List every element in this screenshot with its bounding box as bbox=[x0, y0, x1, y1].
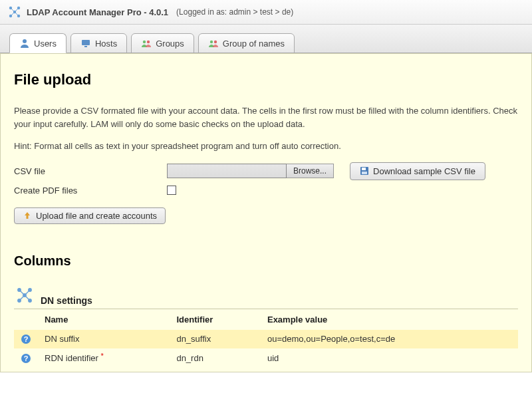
tab-label: Group of names bbox=[223, 39, 285, 49]
row-name: RDN identifier bbox=[45, 353, 98, 363]
tab-users[interactable]: Users bbox=[9, 33, 66, 53]
page-title: File upload bbox=[14, 71, 518, 88]
host-icon bbox=[80, 38, 91, 49]
table-header-row: Name Identifier Example value bbox=[14, 309, 518, 330]
svg-line-7 bbox=[11, 12, 15, 16]
browse-button[interactable]: Browse... bbox=[287, 164, 334, 178]
row-example: ou=demo,ou=People,o=test,c=de bbox=[261, 330, 518, 349]
dn-settings-header: DN settings bbox=[14, 285, 518, 309]
group-of-names-icon bbox=[208, 38, 219, 49]
table-row: ? RDN identifier * dn_rdn uid bbox=[14, 348, 518, 368]
svg-point-13 bbox=[147, 41, 150, 43]
help-icon[interactable]: ? bbox=[21, 353, 31, 364]
upload-label: Upload file and create accounts bbox=[36, 211, 157, 221]
help-icon[interactable]: ? bbox=[21, 334, 31, 344]
svg-line-25 bbox=[25, 290, 30, 295]
row-identifier: dn_rdn bbox=[170, 348, 261, 368]
tab-groups[interactable]: Groups bbox=[131, 33, 194, 53]
header-bar: LDAP Account Manager Pro - 4.0.1 (Logged… bbox=[0, 0, 532, 25]
row-identifier: dn_suffix bbox=[170, 330, 261, 349]
csv-file-input[interactable] bbox=[167, 164, 287, 178]
save-icon bbox=[360, 166, 369, 176]
upload-button[interactable]: Upload file and create accounts bbox=[14, 207, 166, 224]
intro-text-1: Please provide a CSV formated file with … bbox=[14, 104, 518, 130]
groups-icon bbox=[141, 38, 152, 49]
svg-text:?: ? bbox=[24, 354, 29, 362]
tab-group-of-names[interactable]: Group of names bbox=[198, 33, 295, 53]
svg-rect-11 bbox=[84, 46, 87, 47]
logged-in-text: (Logged in as: admin > test > de) bbox=[176, 7, 293, 17]
tab-bar: Users Hosts Groups Group of names bbox=[0, 25, 532, 53]
required-marker: * bbox=[101, 352, 104, 360]
create-pdf-label: Create PDF files bbox=[14, 186, 167, 196]
col-identifier-header: Identifier bbox=[170, 309, 261, 330]
columns-table: Name Identifier Example value ? DN suffi… bbox=[14, 309, 518, 368]
svg-rect-10 bbox=[82, 40, 90, 45]
svg-point-15 bbox=[214, 41, 217, 43]
tab-hosts[interactable]: Hosts bbox=[70, 33, 127, 53]
tab-label: Groups bbox=[156, 39, 184, 49]
svg-rect-17 bbox=[362, 168, 366, 170]
row-name: DN suffix bbox=[45, 334, 80, 344]
page-content: File upload Please provide a CSV formate… bbox=[0, 53, 532, 372]
col-name-header: Name bbox=[38, 309, 170, 330]
tab-label: Users bbox=[34, 39, 57, 49]
svg-line-26 bbox=[19, 295, 25, 301]
svg-point-9 bbox=[23, 39, 27, 43]
create-pdf-checkbox[interactable] bbox=[167, 186, 176, 195]
svg-line-6 bbox=[15, 8, 19, 12]
intro-text-2: Hint: Format all cells as text in your s… bbox=[14, 140, 518, 153]
tree-icon bbox=[14, 285, 35, 306]
svg-line-24 bbox=[19, 290, 25, 295]
svg-point-12 bbox=[143, 41, 146, 43]
download-label: Download sample CSV file bbox=[373, 166, 475, 176]
download-sample-button[interactable]: Download sample CSV file bbox=[350, 162, 485, 180]
svg-line-8 bbox=[15, 12, 19, 16]
col-example-header: Example value bbox=[261, 309, 518, 330]
columns-heading: Columns bbox=[14, 253, 518, 269]
app-title: LDAP Account Manager Pro - 4.0.1 bbox=[27, 7, 168, 17]
row-example: uid bbox=[261, 348, 518, 368]
dn-settings-title: DN settings bbox=[41, 295, 92, 306]
svg-line-27 bbox=[25, 295, 30, 301]
csv-file-label: CSV file bbox=[14, 166, 167, 176]
app-logo-icon bbox=[7, 4, 23, 20]
svg-text:?: ? bbox=[24, 335, 29, 343]
svg-point-14 bbox=[210, 41, 213, 43]
upload-arrow-icon bbox=[23, 211, 32, 220]
user-icon bbox=[19, 38, 30, 49]
table-row: ? DN suffix dn_suffix ou=demo,ou=People,… bbox=[14, 330, 518, 349]
tab-label: Hosts bbox=[95, 39, 117, 49]
svg-line-5 bbox=[11, 8, 15, 12]
svg-rect-18 bbox=[362, 172, 367, 174]
